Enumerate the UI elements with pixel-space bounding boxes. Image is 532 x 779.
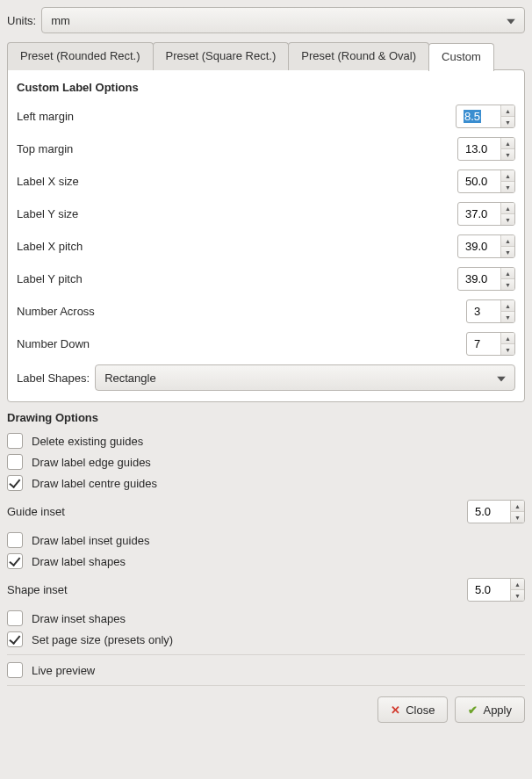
tab-custom[interactable]: Custom bbox=[428, 43, 494, 71]
inset-shapes-label: Draw inset shapes bbox=[32, 612, 126, 625]
tab-bar: Preset (Rounded Rect.) Preset (Square Re… bbox=[7, 42, 525, 70]
live-preview-label: Live preview bbox=[32, 664, 95, 677]
units-value: mm bbox=[51, 14, 70, 27]
spin-up-icon[interactable]: ▲ bbox=[501, 138, 514, 149]
apply-button[interactable]: ✔ Apply bbox=[455, 696, 525, 723]
live-preview-check[interactable]: Live preview bbox=[7, 662, 525, 678]
spin-down-icon[interactable]: ▼ bbox=[501, 247, 514, 257]
tab-preset-round-oval[interactable]: Preset (Round & Oval) bbox=[288, 42, 429, 70]
spin-down-icon[interactable]: ▼ bbox=[511, 512, 524, 523]
units-select[interactable]: mm bbox=[41, 7, 525, 33]
checkbox-icon bbox=[7, 662, 23, 678]
close-button[interactable]: ✕ Close bbox=[377, 696, 448, 723]
label-y-pitch-spin[interactable]: ▲▼ bbox=[457, 267, 515, 291]
label-x-pitch-label: Label X pitch bbox=[17, 240, 457, 253]
spin-down-icon[interactable]: ▼ bbox=[501, 344, 514, 355]
tab-preset-square[interactable]: Preset (Square Rect.) bbox=[153, 42, 290, 70]
number-down-input[interactable] bbox=[467, 333, 500, 355]
close-icon: ✕ bbox=[391, 703, 400, 717]
separator bbox=[7, 685, 525, 686]
spin-down-icon[interactable]: ▼ bbox=[501, 312, 514, 322]
number-across-label: Number Across bbox=[17, 305, 466, 318]
spin-down-icon[interactable]: ▼ bbox=[501, 214, 514, 225]
left-margin-label: Left margin bbox=[17, 110, 456, 123]
spin-down-icon[interactable]: ▼ bbox=[501, 279, 514, 290]
shape-inset-label: Shape inset bbox=[7, 583, 467, 596]
drawing-options-title: Drawing Options bbox=[7, 411, 525, 424]
check-icon: ✔ bbox=[468, 703, 478, 717]
spin-down-icon[interactable]: ▼ bbox=[501, 182, 514, 192]
label-y-size-label: Label Y size bbox=[17, 207, 457, 220]
shape-inset-input[interactable] bbox=[468, 579, 510, 601]
number-across-input[interactable] bbox=[467, 300, 500, 322]
label-shapes-value: Rectangle bbox=[104, 371, 156, 385]
checkbox-icon bbox=[7, 532, 23, 548]
number-down-spin[interactable]: ▲▼ bbox=[466, 332, 515, 356]
checkbox-icon bbox=[7, 475, 23, 491]
checkbox-icon bbox=[7, 454, 23, 470]
spin-up-icon[interactable]: ▲ bbox=[501, 268, 514, 279]
units-label: Units: bbox=[7, 14, 36, 27]
label-x-pitch-spin[interactable]: ▲▼ bbox=[457, 234, 515, 258]
chevron-down-icon bbox=[497, 371, 506, 385]
chevron-down-icon bbox=[507, 14, 515, 27]
label-x-size-spin[interactable]: ▲▼ bbox=[457, 170, 515, 193]
custom-title: Custom Label Options bbox=[17, 81, 515, 94]
inset-guides-label: Draw label inset guides bbox=[32, 534, 149, 547]
close-label: Close bbox=[406, 703, 435, 717]
top-margin-spin[interactable]: ▲▼ bbox=[457, 137, 515, 161]
label-y-size-spin[interactable]: ▲▼ bbox=[457, 202, 515, 226]
spin-up-icon[interactable]: ▲ bbox=[511, 501, 524, 512]
guide-inset-label: Guide inset bbox=[7, 505, 467, 518]
checkbox-icon bbox=[7, 433, 23, 449]
checkbox-icon bbox=[7, 610, 23, 626]
label-x-pitch-input[interactable] bbox=[458, 235, 500, 257]
inset-shapes-check[interactable]: Draw inset shapes bbox=[7, 610, 525, 626]
spin-down-icon[interactable]: ▼ bbox=[501, 149, 514, 160]
spin-up-icon[interactable]: ▲ bbox=[501, 300, 514, 312]
label-shapes-label: Label Shapes: bbox=[17, 371, 90, 385]
top-margin-label: Top margin bbox=[17, 142, 457, 155]
spin-up-icon[interactable]: ▲ bbox=[501, 235, 514, 247]
shape-inset-spin[interactable]: ▲▼ bbox=[467, 578, 525, 602]
spin-up-icon[interactable]: ▲ bbox=[511, 579, 524, 590]
separator bbox=[7, 654, 525, 655]
set-page-size-label: Set page size (presets only) bbox=[32, 633, 173, 646]
guide-inset-spin[interactable]: ▲▼ bbox=[467, 500, 525, 523]
label-y-pitch-label: Label Y pitch bbox=[17, 272, 457, 285]
label-y-size-input[interactable] bbox=[458, 203, 500, 225]
centre-guides-label: Draw label centre guides bbox=[32, 477, 157, 490]
left-margin-spin[interactable]: 8.5 ▲▼ bbox=[456, 105, 515, 128]
custom-panel: Custom Label Options Left margin 8.5 ▲▼ … bbox=[7, 69, 525, 402]
label-y-pitch-input[interactable] bbox=[458, 268, 500, 290]
guide-inset-input[interactable] bbox=[468, 501, 510, 523]
apply-label: Apply bbox=[483, 703, 512, 717]
label-x-size-label: Label X size bbox=[17, 175, 457, 188]
spin-down-icon[interactable]: ▼ bbox=[511, 590, 524, 601]
label-shapes-check[interactable]: Draw label shapes bbox=[7, 553, 525, 569]
label-shapes-draw-label: Draw label shapes bbox=[32, 555, 126, 568]
edge-guides-check[interactable]: Draw label edge guides bbox=[7, 454, 525, 470]
spin-up-icon[interactable]: ▲ bbox=[501, 105, 514, 117]
centre-guides-check[interactable]: Draw label centre guides bbox=[7, 475, 525, 491]
spin-up-icon[interactable]: ▲ bbox=[501, 203, 514, 214]
delete-guides-label: Delete existing guides bbox=[32, 435, 143, 448]
checkbox-icon bbox=[7, 631, 23, 647]
number-across-spin[interactable]: ▲▼ bbox=[466, 299, 515, 323]
tab-preset-rounded[interactable]: Preset (Rounded Rect.) bbox=[7, 42, 154, 70]
number-down-label: Number Down bbox=[17, 337, 466, 350]
spin-up-icon[interactable]: ▲ bbox=[501, 333, 514, 344]
inset-guides-check[interactable]: Draw label inset guides bbox=[7, 532, 525, 548]
checkbox-icon bbox=[7, 553, 23, 569]
spin-up-icon[interactable]: ▲ bbox=[501, 170, 514, 182]
edge-guides-label: Draw label edge guides bbox=[32, 456, 151, 469]
spin-down-icon[interactable]: ▼ bbox=[501, 117, 514, 127]
top-margin-input[interactable] bbox=[458, 138, 500, 160]
label-shapes-select[interactable]: Rectangle bbox=[95, 364, 515, 391]
set-page-size-check[interactable]: Set page size (presets only) bbox=[7, 631, 525, 647]
delete-guides-check[interactable]: Delete existing guides bbox=[7, 433, 525, 449]
label-x-size-input[interactable] bbox=[458, 170, 500, 192]
